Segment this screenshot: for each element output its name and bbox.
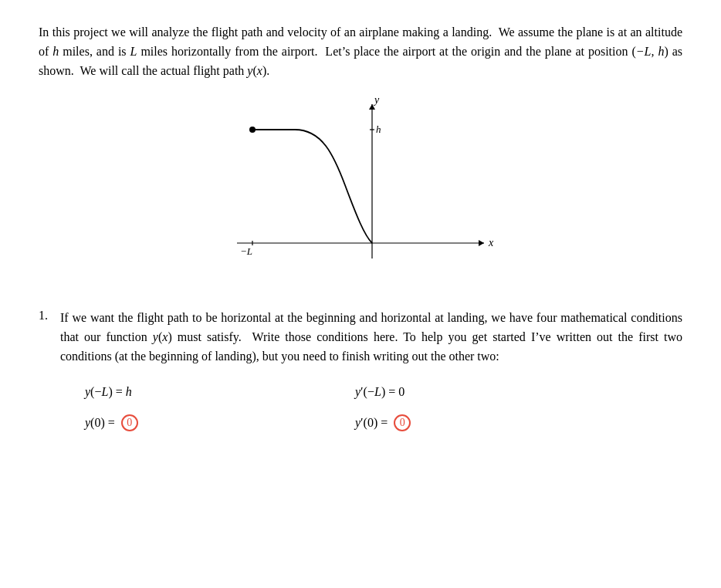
condition-2-label: y′(−L) = 0 <box>355 385 405 399</box>
condition-1-label: y(−L) = h <box>85 385 132 399</box>
question-body: If we want the flight path to be horizon… <box>60 309 682 366</box>
question-number: 1. <box>39 309 54 366</box>
condition-3-label: y(0) = <box>85 416 115 430</box>
h-label: h <box>376 123 381 135</box>
neg-L-label: −L <box>240 245 252 257</box>
coords: −L, h <box>636 45 665 58</box>
conditions-grid: y(−L) = h y′(−L) = 0 y(0) = 0 y′(0) = 0 <box>85 385 625 431</box>
condition-4: y′(0) = 0 <box>355 414 625 431</box>
intro-paragraph: In this project we will analyze the flig… <box>39 23 682 80</box>
condition-4-label: y′(0) = <box>355 416 388 430</box>
condition-2: y′(−L) = 0 <box>355 385 625 399</box>
svg-marker-2 <box>479 240 484 246</box>
flight-diagram: x y h −L <box>222 93 499 293</box>
flight-path <box>252 130 372 243</box>
condition-1: y(−L) = h <box>85 385 355 399</box>
condition-4-answer: 0 <box>394 414 411 431</box>
func-yx: y <box>247 64 252 77</box>
func-x: x <box>257 64 262 77</box>
var-L: L <box>130 45 137 58</box>
questions-section: 1. If we want the flight path to be hori… <box>39 309 682 366</box>
diagram: x y h −L <box>39 93 682 293</box>
var-h: h <box>52 45 59 58</box>
condition-3-answer: 0 <box>121 414 138 431</box>
y-axis-label: y <box>373 94 380 106</box>
question-1: 1. If we want the flight path to be hori… <box>39 309 682 366</box>
x-axis-label: x <box>488 237 494 248</box>
condition-3: y(0) = 0 <box>85 414 355 431</box>
page-content: In this project we will analyze the flig… <box>39 23 682 431</box>
